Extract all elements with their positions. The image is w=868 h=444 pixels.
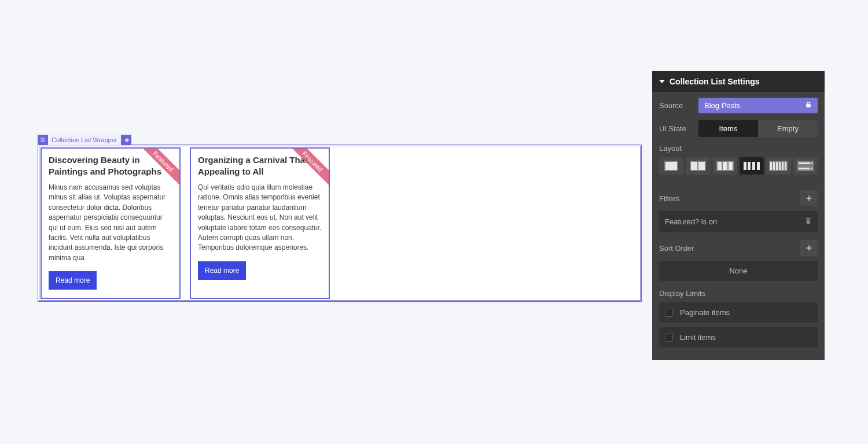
uistate-empty-button[interactable]: Empty bbox=[758, 120, 818, 137]
source-select[interactable]: Blog Posts bbox=[698, 98, 818, 113]
divider bbox=[652, 183, 825, 183]
layout-rows-button[interactable] bbox=[793, 157, 818, 175]
svg-rect-23 bbox=[799, 168, 810, 169]
collapse-triangle-icon bbox=[659, 80, 665, 83]
svg-rect-19 bbox=[785, 162, 786, 170]
svg-rect-7 bbox=[723, 162, 727, 170]
svg-rect-10 bbox=[748, 162, 751, 170]
lock-icon bbox=[805, 101, 812, 110]
layout-label: Layout bbox=[659, 144, 818, 153]
svg-rect-1 bbox=[665, 162, 677, 170]
add-filter-button[interactable] bbox=[800, 190, 818, 206]
limit-checkbox[interactable] bbox=[665, 334, 673, 342]
uistate-label: UI State bbox=[659, 124, 693, 133]
card-body: Qui veritatis odio quia illum molestiae … bbox=[198, 183, 322, 253]
collection-item[interactable]: Featured Organizing a Carnival That's Ap… bbox=[190, 147, 330, 299]
collection-item[interactable]: Featured Discovering Beauty in Paintings… bbox=[41, 147, 181, 299]
svg-rect-11 bbox=[752, 162, 755, 170]
limit-label: Limit items bbox=[680, 333, 716, 342]
svg-rect-9 bbox=[744, 162, 746, 170]
read-more-button[interactable]: Read more bbox=[198, 261, 246, 280]
sort-none-row[interactable]: None bbox=[659, 261, 818, 281]
svg-rect-21 bbox=[799, 162, 810, 164]
uistate-items-button[interactable]: Items bbox=[698, 120, 758, 137]
layout-3col-button[interactable] bbox=[713, 157, 737, 175]
source-value: Blog Posts bbox=[704, 101, 740, 110]
layout-4col-button[interactable] bbox=[740, 157, 764, 175]
svg-rect-18 bbox=[782, 162, 784, 170]
svg-rect-8 bbox=[729, 162, 733, 170]
svg-rect-3 bbox=[691, 162, 697, 170]
svg-rect-24 bbox=[811, 168, 812, 169]
layout-6col-button[interactable] bbox=[766, 157, 790, 175]
selection-label: Collection List Wrapper bbox=[48, 135, 121, 145]
collection-list[interactable]: Featured Discovering Beauty in Paintings… bbox=[39, 146, 641, 301]
svg-rect-12 bbox=[757, 162, 760, 170]
svg-rect-6 bbox=[718, 162, 722, 170]
sort-label: Sort Order bbox=[659, 244, 694, 253]
collection-list-wrapper[interactable]: Collection List Wrapper Featured Discove… bbox=[38, 145, 642, 302]
display-limits-label: Display Limits bbox=[659, 289, 818, 298]
layout-1col-button[interactable] bbox=[659, 157, 683, 175]
svg-rect-15 bbox=[773, 162, 775, 170]
layout-options bbox=[659, 157, 818, 175]
svg-rect-20 bbox=[797, 161, 814, 171]
svg-rect-22 bbox=[811, 162, 812, 164]
filter-item[interactable]: Featured? is on bbox=[659, 211, 818, 232]
card-body: Minus nam accusamus sed voluptas minus s… bbox=[49, 183, 172, 263]
svg-rect-16 bbox=[776, 162, 778, 170]
collection-icon bbox=[38, 135, 48, 145]
settings-panel: Collection List Settings Source Blog Pos… bbox=[652, 71, 825, 360]
read-more-button[interactable]: Read more bbox=[49, 271, 97, 290]
svg-rect-4 bbox=[698, 162, 705, 170]
paginate-checkbox[interactable] bbox=[665, 309, 673, 317]
uistate-segmented: Items Empty bbox=[698, 120, 818, 137]
svg-rect-14 bbox=[770, 162, 772, 170]
delete-filter-button[interactable] bbox=[804, 217, 812, 226]
paginate-row[interactable]: Paginate items bbox=[659, 302, 818, 323]
filter-item-label: Featured? is on bbox=[665, 217, 717, 226]
filters-label: Filters bbox=[659, 194, 679, 203]
selection-settings-button[interactable] bbox=[121, 135, 131, 145]
layout-2col-button[interactable] bbox=[686, 157, 710, 175]
selection-indicator: Collection List Wrapper bbox=[38, 135, 131, 145]
paginate-label: Paginate items bbox=[680, 308, 730, 317]
svg-rect-17 bbox=[779, 162, 781, 170]
panel-header[interactable]: Collection List Settings bbox=[652, 71, 825, 92]
limit-row[interactable]: Limit items bbox=[659, 327, 818, 347]
panel-title: Collection List Settings bbox=[670, 77, 760, 86]
source-label: Source bbox=[659, 101, 693, 110]
add-sort-button[interactable] bbox=[800, 240, 818, 256]
